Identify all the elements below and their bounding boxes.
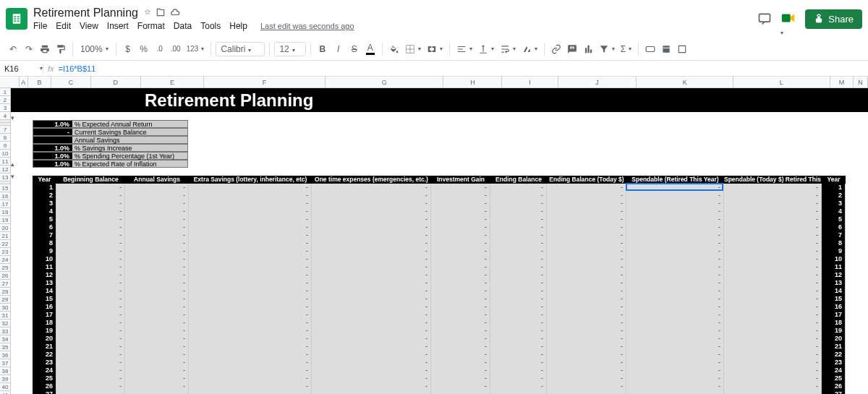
data-cell[interactable]: - bbox=[490, 247, 547, 255]
year-cell[interactable]: 21 bbox=[822, 343, 846, 351]
data-cell[interactable]: - bbox=[312, 335, 431, 343]
row-header[interactable]: 29 bbox=[0, 296, 11, 304]
data-cell[interactable]: - bbox=[312, 295, 431, 303]
data-cell[interactable]: - bbox=[189, 327, 312, 335]
share-button[interactable]: Share bbox=[805, 9, 862, 29]
col-header-L[interactable]: L bbox=[733, 77, 830, 87]
year-cell[interactable]: 9 bbox=[33, 247, 56, 255]
data-cell[interactable]: - bbox=[431, 303, 490, 311]
data-cell[interactable]: - bbox=[547, 351, 626, 359]
year-cell[interactable]: 15 bbox=[33, 295, 56, 303]
data-cell[interactable]: - bbox=[189, 207, 312, 215]
increase-decimal-icon[interactable]: .00 bbox=[169, 40, 183, 58]
data-cell[interactable]: - bbox=[125, 390, 189, 394]
data-cell[interactable]: - bbox=[626, 374, 724, 382]
data-cell[interactable]: - bbox=[724, 215, 822, 223]
data-cell[interactable]: - bbox=[490, 192, 547, 200]
data-cell[interactable]: - bbox=[189, 223, 312, 231]
col-header-F[interactable]: F bbox=[204, 77, 326, 87]
data-cell[interactable]: - bbox=[626, 367, 724, 374]
year-cell[interactable]: 13 bbox=[33, 279, 56, 287]
data-cell[interactable]: - bbox=[431, 311, 490, 319]
data-cell[interactable]: - bbox=[312, 287, 431, 295]
data-cell[interactable]: - bbox=[547, 263, 626, 271]
col-header-K[interactable]: K bbox=[637, 77, 733, 87]
data-cell[interactable]: - bbox=[626, 184, 724, 192]
data-cell[interactable]: - bbox=[490, 239, 547, 247]
row-header[interactable]: 12 bbox=[0, 166, 11, 174]
data-cell[interactable]: - bbox=[312, 247, 431, 255]
year-cell[interactable]: 3 bbox=[33, 200, 56, 207]
data-cell[interactable]: - bbox=[490, 200, 547, 207]
param-value[interactable]: 1.0% bbox=[33, 120, 72, 128]
data-cell[interactable]: - bbox=[431, 279, 490, 287]
data-cell[interactable]: - bbox=[125, 255, 189, 263]
data-cell[interactable]: - bbox=[125, 207, 189, 215]
year-cell[interactable]: 22 bbox=[822, 351, 846, 359]
year-cell[interactable]: 2 bbox=[822, 192, 846, 200]
data-cell[interactable]: - bbox=[626, 255, 724, 263]
row-header[interactable]: 20 bbox=[0, 224, 11, 232]
row-header[interactable]: 24 bbox=[0, 256, 11, 264]
decrease-decimal-icon[interactable]: .0 bbox=[153, 40, 167, 58]
year-cell[interactable]: 10 bbox=[33, 255, 56, 263]
zoom-select[interactable]: 100% bbox=[77, 40, 111, 58]
year-cell[interactable]: 18 bbox=[33, 319, 56, 327]
year-cell[interactable]: 6 bbox=[822, 223, 846, 231]
data-cell[interactable]: - bbox=[626, 359, 724, 367]
data-cell[interactable]: - bbox=[125, 239, 189, 247]
menu-help[interactable]: Help bbox=[229, 21, 247, 31]
data-cell[interactable]: - bbox=[490, 184, 547, 192]
text-color-icon[interactable]: A bbox=[363, 40, 378, 58]
data-cell[interactable]: - bbox=[626, 279, 724, 287]
year-cell[interactable]: 19 bbox=[33, 327, 56, 335]
data-cell[interactable]: - bbox=[125, 263, 189, 271]
data-cell[interactable]: - bbox=[547, 327, 626, 335]
row-header[interactable]: 21 bbox=[0, 232, 11, 240]
data-cell[interactable]: - bbox=[56, 247, 125, 255]
data-cell[interactable]: - bbox=[724, 335, 822, 343]
data-cell[interactable]: - bbox=[56, 367, 125, 374]
row-header[interactable]: 38 bbox=[0, 367, 11, 375]
row-header[interactable]: 10 bbox=[0, 150, 11, 158]
data-cell[interactable]: - bbox=[490, 311, 547, 319]
data-cell[interactable]: - bbox=[189, 343, 312, 351]
col-header-H[interactable]: H bbox=[443, 77, 502, 87]
italic-icon[interactable]: I bbox=[331, 40, 346, 58]
year-cell[interactable]: 25 bbox=[822, 374, 846, 382]
row-header[interactable]: 34 bbox=[0, 335, 11, 343]
data-cell[interactable]: - bbox=[724, 390, 822, 394]
menu-view[interactable]: View bbox=[80, 21, 98, 31]
data-cell[interactable]: - bbox=[312, 215, 431, 223]
data-cell[interactable]: - bbox=[56, 390, 125, 394]
data-cell[interactable]: - bbox=[626, 207, 724, 215]
spreadsheet-grid[interactable]: ABCDEFGHIJKLMN ▴▾▴▾ 12347891011121315161… bbox=[0, 77, 868, 394]
menu-insert[interactable]: Insert bbox=[107, 21, 129, 31]
row-header[interactable]: 31 bbox=[0, 312, 11, 320]
menu-format[interactable]: Format bbox=[137, 21, 165, 31]
year-cell[interactable]: 18 bbox=[822, 319, 846, 327]
data-cell[interactable]: - bbox=[490, 303, 547, 311]
data-cell[interactable]: - bbox=[490, 327, 547, 335]
data-cell[interactable]: - bbox=[724, 382, 822, 390]
data-cell[interactable]: - bbox=[189, 184, 312, 192]
font-size-select[interactable]: 12 bbox=[274, 42, 305, 56]
year-cell[interactable]: 6 bbox=[33, 223, 56, 231]
data-cell[interactable]: - bbox=[56, 223, 125, 231]
row-header[interactable]: 28 bbox=[0, 288, 11, 296]
year-cell[interactable]: 25 bbox=[33, 374, 56, 382]
strike-icon[interactable]: S bbox=[347, 40, 362, 58]
data-cell[interactable]: - bbox=[312, 374, 431, 382]
year-cell[interactable]: 12 bbox=[822, 271, 846, 279]
data-cell[interactable]: - bbox=[56, 382, 125, 390]
param-value[interactable]: 1.0% bbox=[33, 160, 72, 168]
data-cell[interactable]: - bbox=[189, 192, 312, 200]
data-cell[interactable]: - bbox=[56, 184, 125, 192]
data-cell[interactable]: - bbox=[125, 311, 189, 319]
data-cell[interactable]: - bbox=[431, 390, 490, 394]
menu-file[interactable]: File bbox=[33, 21, 47, 31]
data-cell[interactable]: - bbox=[490, 343, 547, 351]
data-cell[interactable]: - bbox=[626, 311, 724, 319]
data-cell[interactable]: - bbox=[431, 351, 490, 359]
bold-icon[interactable]: B bbox=[315, 40, 330, 58]
